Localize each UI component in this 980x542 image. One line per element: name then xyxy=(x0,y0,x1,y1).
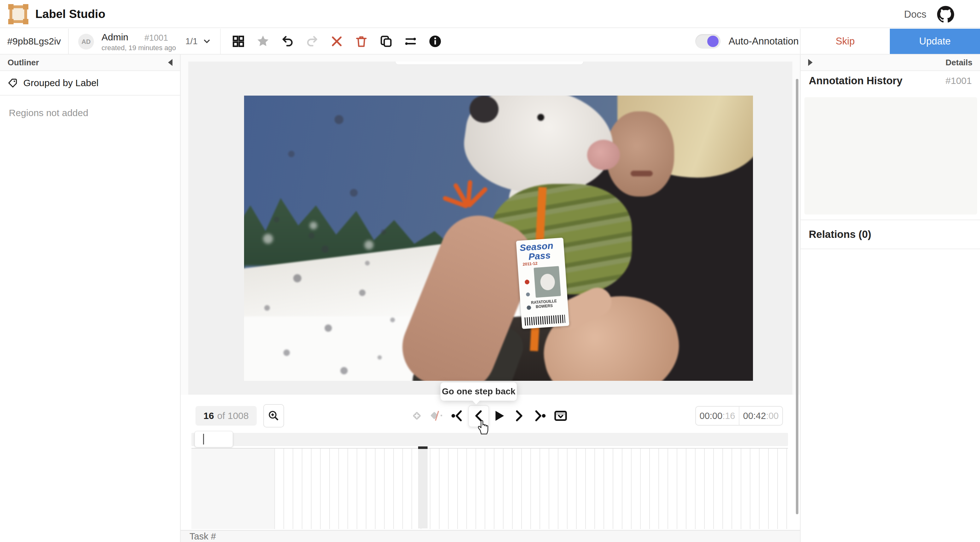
video-photo xyxy=(244,96,753,381)
github-icon[interactable] xyxy=(937,6,954,23)
task-id[interactable]: #9pb8Lgs2iv xyxy=(0,29,69,54)
main-annotation-area: Season Pass 2011-12 RATATOUILLE BOWERS 1… xyxy=(181,54,800,542)
tooltip: Go one step back xyxy=(441,383,517,401)
season-pass-badge: Season Pass 2011-12 RATATOUILLE BOWERS xyxy=(516,238,569,329)
time-display: 00:00:16 00:42:00 xyxy=(695,406,783,426)
previous-keyframe-icon xyxy=(450,408,465,423)
keyframe-interpolation-icon xyxy=(429,408,444,423)
info-icon[interactable] xyxy=(426,32,444,50)
frame-number-input[interactable] xyxy=(194,431,233,447)
badge-barcode xyxy=(524,314,565,325)
timeline-ticks xyxy=(274,449,788,529)
avatar: AD xyxy=(78,34,94,49)
outliner-panel: Outliner Grouped by Label Regions not ad… xyxy=(0,54,181,542)
keyframe-add-button[interactable] xyxy=(408,404,426,427)
annotation-history-row: Annotation History #1001 xyxy=(800,75,980,87)
outliner-header: Outliner xyxy=(0,54,180,71)
tooltip-text: Go one step back xyxy=(441,383,517,401)
seek-track[interactable] xyxy=(191,433,788,446)
duplicate-icon[interactable] xyxy=(377,32,395,50)
annotation-history-body xyxy=(804,97,977,215)
previous-keyframe-button[interactable] xyxy=(448,404,466,427)
annotation-id: #1001 xyxy=(145,33,168,43)
next-keyframe-icon xyxy=(533,408,547,423)
playhead-cap[interactable] xyxy=(418,446,428,449)
label-studio-logo-icon[interactable] xyxy=(10,5,27,23)
group-by-label-row[interactable]: Grouped by Label xyxy=(0,71,180,96)
details-header: Details xyxy=(800,54,980,71)
docs-link[interactable]: Docs xyxy=(904,9,926,20)
details-panel: Details Annotation History #1001 Relatio… xyxy=(800,54,980,542)
regions-empty-message: Regions not added xyxy=(9,108,171,118)
redo-icon[interactable] xyxy=(303,32,321,50)
cancel-icon[interactable] xyxy=(328,32,345,50)
auto-annotation-label: Auto-Annotation xyxy=(729,36,799,47)
annotation-toolbar: #9pb8Lgs2iv AD Admin #1001 created, 19 m… xyxy=(0,29,980,54)
tag-icon xyxy=(8,78,18,88)
step-forward-icon xyxy=(512,408,526,423)
frame-current: 16 xyxy=(204,410,214,421)
play-button[interactable] xyxy=(490,404,508,427)
relations-label: Relations (0) xyxy=(809,228,871,241)
keyframe-add-icon xyxy=(410,408,424,423)
label-studio-app: Label Studio Docs #9pb8Lgs2iv AD Admin #… xyxy=(0,0,980,542)
frame-counter[interactable]: 16 of 1008 xyxy=(196,406,257,426)
outliner-title: Outliner xyxy=(8,58,39,67)
undo-icon[interactable] xyxy=(279,32,296,50)
magnifier-plus-icon xyxy=(267,410,280,422)
next-keyframe-button[interactable] xyxy=(531,404,549,427)
toolbar-icon-group xyxy=(226,29,444,54)
timeline-collapse-button[interactable] xyxy=(552,404,570,427)
grid-view-icon[interactable] xyxy=(229,32,247,50)
auto-annotation-block: Auto-Annotation xyxy=(695,29,799,54)
timeline-ruler[interactable] xyxy=(191,448,788,529)
annotator-name: Admin xyxy=(102,32,128,43)
text-cursor xyxy=(203,434,204,445)
playhead-column[interactable] xyxy=(418,449,428,528)
group-by-label-text: Grouped by Label xyxy=(23,78,99,88)
video-panel: Season Pass 2011-12 RATATOUILLE BOWERS xyxy=(181,54,800,395)
skip-button[interactable]: Skip xyxy=(800,29,890,54)
collapse-left-icon[interactable] xyxy=(168,59,172,66)
annotation-pager[interactable]: 1/1 xyxy=(185,36,212,46)
frame-total: of 1008 xyxy=(217,410,249,421)
task-footer: Task # xyxy=(181,530,800,542)
chevron-down-icon xyxy=(202,37,212,46)
step-forward-button[interactable] xyxy=(510,404,528,427)
mouse-cursor-hand xyxy=(475,418,491,435)
auto-annotation-toggle[interactable] xyxy=(695,34,721,49)
details-title: Details xyxy=(946,58,972,67)
pager-value: 1/1 xyxy=(185,36,198,46)
relations-row[interactable]: Relations (0) xyxy=(800,220,980,249)
time-position[interactable]: 00:00:16 xyxy=(696,406,740,425)
delete-trash-icon[interactable] xyxy=(353,32,370,50)
update-button[interactable]: Update xyxy=(890,29,980,54)
annotation-history-id: #1001 xyxy=(946,75,972,86)
scrolled-element-edge xyxy=(395,62,584,65)
annotation-created: created, 19 minutes ago xyxy=(102,44,176,52)
vertical-scrollbar[interactable] xyxy=(796,79,799,514)
star-icon[interactable] xyxy=(254,32,272,50)
badge-logos xyxy=(521,277,535,316)
badge-photo xyxy=(534,266,561,298)
top-header: Label Studio Docs xyxy=(0,0,980,28)
play-icon xyxy=(492,408,506,423)
collapse-right-icon[interactable] xyxy=(808,59,813,66)
app-title: Label Studio xyxy=(35,8,105,21)
video-stage: Season Pass 2011-12 RATATOUILLE BOWERS xyxy=(188,62,792,395)
time-duration: 00:42:00 xyxy=(740,406,782,425)
keyframe-interpolation-button[interactable] xyxy=(427,404,445,427)
relations-icon[interactable] xyxy=(402,32,419,50)
timeline-collapse-icon xyxy=(554,408,568,423)
task-footer-label: Task # xyxy=(189,531,216,542)
annotation-history-title: Annotation History xyxy=(809,75,902,87)
video-frame[interactable]: Season Pass 2011-12 RATATOUILLE BOWERS xyxy=(244,96,753,381)
zoom-in-button[interactable] xyxy=(263,404,284,427)
